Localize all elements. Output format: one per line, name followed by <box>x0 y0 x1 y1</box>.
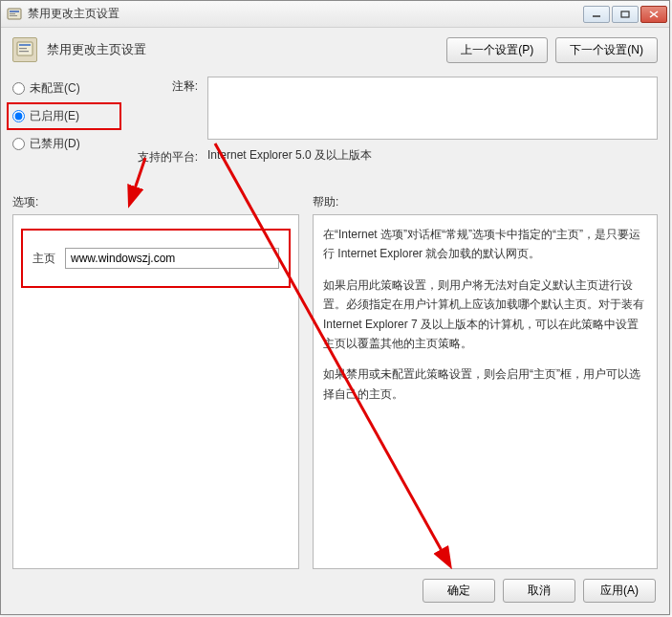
app-icon <box>7 7 22 22</box>
radio-not-configured-input[interactable] <box>12 82 25 95</box>
svg-rect-9 <box>19 44 31 46</box>
dialog-content: 禁用更改主页设置 上一个设置(P) 下一个设置(N) 未配置(C) 已启用(E)… <box>1 28 669 614</box>
dialog-window: 禁用更改主页设置 禁用更改主页设置 <box>0 0 670 615</box>
platform-value: Internet Explorer 5.0 及以上版本 <box>207 147 372 164</box>
titlebar[interactable]: 禁用更改主页设置 <box>1 1 669 28</box>
svg-rect-11 <box>19 51 29 52</box>
platform-label: 支持的平台: <box>135 147 198 165</box>
radio-enabled[interactable]: 已启用(E) <box>11 106 118 126</box>
state-radio-group: 未配置(C) 已启用(E) 已禁用(D) <box>12 77 118 165</box>
radio-enabled-label: 已启用(E) <box>30 108 79 124</box>
minimize-button[interactable] <box>583 6 610 23</box>
prev-setting-button[interactable]: 上一个设置(P) <box>446 37 548 63</box>
help-text-1: 在“Internet 选项”对话框“常规”选项卡中指定的“主页”，是只要运行 I… <box>323 225 647 264</box>
homepage-row: 主页 <box>23 231 289 286</box>
radio-not-configured-label: 未配置(C) <box>30 80 80 97</box>
help-text-3: 如果禁用或未配置此策略设置，则会启用“主页”框，用户可以选择自己的主页。 <box>323 364 647 404</box>
window-controls <box>583 6 667 23</box>
svg-rect-5 <box>621 11 629 17</box>
radio-not-configured[interactable]: 未配置(C) <box>12 80 118 97</box>
options-panel: 主页 <box>12 214 299 569</box>
policy-icon <box>12 37 37 62</box>
comment-label: 注释: <box>135 77 198 95</box>
next-setting-button[interactable]: 下一个设置(N) <box>555 37 658 63</box>
homepage-input[interactable] <box>65 248 279 269</box>
page-title: 禁用更改主页设置 <box>47 41 437 58</box>
svg-rect-2 <box>10 13 15 14</box>
apply-button[interactable]: 应用(A) <box>583 579 656 603</box>
radio-disabled-input[interactable] <box>12 138 25 150</box>
homepage-label: 主页 <box>33 249 55 268</box>
radio-disabled[interactable]: 已禁用(D) <box>12 136 118 152</box>
svg-rect-1 <box>10 11 19 12</box>
ok-button[interactable]: 确定 <box>423 579 495 603</box>
svg-rect-10 <box>19 48 27 49</box>
help-panel: 在“Internet 选项”对话框“常规”选项卡中指定的“主页”，是只要运行 I… <box>313 214 658 569</box>
comment-textarea[interactable] <box>207 77 658 140</box>
maximize-button[interactable] <box>612 6 639 23</box>
close-button[interactable] <box>640 6 667 23</box>
dialog-footer: 确定 取消 应用(A) <box>12 569 658 605</box>
options-section-label: 选项: <box>12 194 299 210</box>
window-title: 禁用更改主页设置 <box>28 6 577 22</box>
cancel-button[interactable]: 取消 <box>503 579 575 603</box>
radio-enabled-input[interactable] <box>12 110 25 122</box>
help-section-label: 帮助: <box>313 194 658 210</box>
help-text-2: 如果启用此策略设置，则用户将无法对自定义默认主页进行设置。必须指定在用户计算机上… <box>323 275 647 354</box>
radio-disabled-label: 已禁用(D) <box>30 136 80 152</box>
svg-rect-3 <box>10 15 17 16</box>
